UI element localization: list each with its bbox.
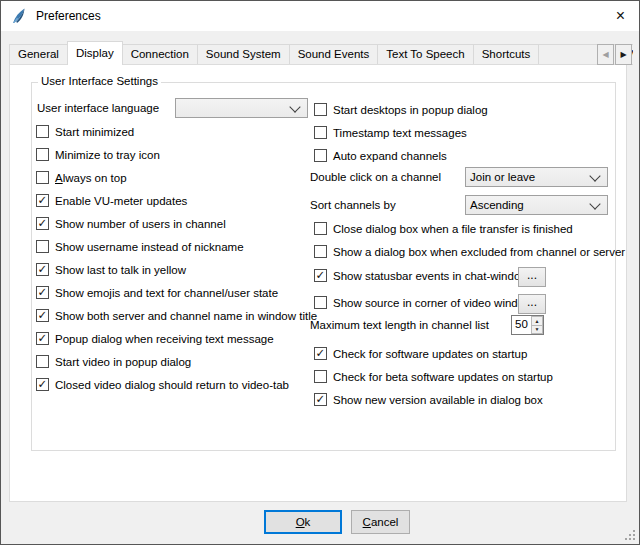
tab-sound-events[interactable]: Sound Events	[289, 44, 379, 65]
row-new-version-dialog[interactable]: Show new version available in dialog box	[314, 392, 543, 407]
sort-channels-value: Ascending	[466, 199, 591, 211]
checkbox[interactable]	[36, 286, 49, 299]
row-video-source-corner[interactable]: Show source in corner of video window	[314, 295, 532, 310]
tab-bar: General Display Connection Sound System …	[9, 41, 633, 65]
row-statusbar-events[interactable]: Show statusbar events in chat-window	[314, 268, 529, 283]
app-icon	[10, 7, 28, 25]
max-text-length-label: Maximum text length in channel list	[310, 315, 489, 335]
checkbox[interactable]	[314, 296, 327, 309]
checkbox[interactable]	[314, 269, 327, 282]
row-server-channel-title[interactable]: Show both server and channel name in win…	[36, 308, 317, 323]
checkbox[interactable]	[36, 217, 49, 230]
checkbox[interactable]	[36, 171, 49, 184]
spin-up-icon[interactable]: ▲	[531, 316, 543, 325]
row-check-beta-updates[interactable]: Check for beta software updates on start…	[314, 369, 553, 384]
spin-down-icon[interactable]: ▼	[531, 325, 543, 335]
checkbox[interactable]	[36, 125, 49, 138]
chevron-down-icon	[589, 198, 600, 209]
row-video-popup[interactable]: Start video in popup dialog	[36, 354, 191, 369]
tab-shortcuts[interactable]: Shortcuts	[473, 44, 540, 65]
tab-display[interactable]: Display	[67, 41, 123, 65]
cancel-button[interactable]: Cancel	[351, 510, 410, 534]
checkbox[interactable]	[314, 149, 327, 162]
tab-connection[interactable]: Connection	[122, 44, 198, 65]
language-label: User interface language	[37, 98, 159, 118]
checkbox[interactable]	[314, 393, 327, 406]
checkbox-label: Auto expand channels	[333, 150, 447, 162]
checkbox[interactable]	[36, 148, 49, 161]
tab-general[interactable]: General	[9, 44, 68, 65]
checkbox-label: Show last to talk in yellow	[55, 264, 186, 276]
row-check-updates[interactable]: Check for software updates on startup	[314, 346, 527, 361]
row-minimize-to-tray[interactable]: Minimize to tray icon	[36, 147, 160, 162]
user-interface-settings-group: User Interface Settings User interface l…	[31, 82, 616, 451]
spinbox-value: 50	[512, 316, 531, 334]
row-timestamp-messages[interactable]: Timestamp text messages	[314, 125, 467, 140]
checkbox[interactable]	[36, 240, 49, 253]
preferences-dialog: Preferences × General Display Connection…	[0, 0, 640, 545]
close-button[interactable]: ×	[602, 1, 639, 31]
ok-button[interactable]: Ok	[264, 510, 342, 534]
checkbox-label: Close dialog box when a file transfer is…	[333, 223, 573, 235]
checkbox[interactable]	[36, 378, 49, 391]
checkbox[interactable]	[314, 126, 327, 139]
window-title: Preferences	[36, 9, 101, 23]
row-start-minimized[interactable]: Start minimized	[36, 124, 134, 139]
row-always-on-top[interactable]: Always on top	[36, 170, 127, 185]
double-click-label: Double click on a channel	[310, 167, 441, 187]
checkbox[interactable]	[314, 103, 327, 116]
tab-text-to-speech[interactable]: Text To Speech	[377, 44, 473, 65]
tab-scroll-right-icon[interactable]: ▶	[615, 44, 632, 65]
checkbox[interactable]	[36, 355, 49, 368]
checkbox[interactable]	[36, 194, 49, 207]
row-closed-video-return[interactable]: Closed video dialog should return to vid…	[36, 377, 289, 392]
double-click-combobox[interactable]: Join or leave	[465, 167, 608, 187]
row-close-on-transfer[interactable]: Close dialog box when a file transfer is…	[314, 221, 573, 236]
row-popup-text-message[interactable]: Popup dialog when receiving text message	[36, 331, 274, 346]
row-show-user-count[interactable]: Show number of users in channel	[36, 216, 226, 231]
video-source-options-button[interactable]: ...	[518, 294, 546, 314]
sort-channels-combobox[interactable]: Ascending	[465, 195, 608, 215]
checkbox-label: Start video in popup dialog	[55, 356, 191, 368]
checkbox-label: Show a dialog box when excluded from cha…	[333, 246, 625, 258]
row-emojis-text-state[interactable]: Show emojis and text for channel/user st…	[36, 285, 278, 300]
checkbox-label: Always on top	[55, 172, 127, 184]
chevron-down-icon	[589, 170, 600, 181]
chevron-down-icon	[289, 101, 300, 112]
checkbox-label: Show username instead of nickname	[55, 241, 244, 253]
checkbox-label: Show source in corner of video window	[333, 297, 532, 309]
language-combobox[interactable]	[175, 98, 308, 118]
statusbar-events-options-button[interactable]: ...	[518, 267, 546, 287]
group-title: User Interface Settings	[38, 75, 161, 87]
checkbox[interactable]	[36, 332, 49, 345]
row-last-talk-yellow[interactable]: Show last to talk in yellow	[36, 262, 186, 277]
resize-grip[interactable]	[625, 530, 636, 541]
checkbox-label: Show both server and channel name in win…	[55, 310, 317, 322]
checkbox[interactable]	[314, 222, 327, 235]
row-start-desktops-popup[interactable]: Start desktops in popup dialog	[314, 102, 488, 117]
checkbox-label: Show new version available in dialog box	[333, 394, 543, 406]
checkbox[interactable]	[36, 263, 49, 276]
checkbox[interactable]	[314, 370, 327, 383]
checkbox-label: Popup dialog when receiving text message	[55, 333, 274, 345]
max-text-length-spinbox[interactable]: 50 ▲ ▼	[511, 315, 544, 335]
checkbox[interactable]	[314, 245, 327, 258]
checkbox[interactable]	[36, 309, 49, 322]
checkbox-label: Show emojis and text for channel/user st…	[55, 287, 278, 299]
checkbox-label: Enable VU-meter updates	[55, 195, 187, 207]
checkbox-label: Minimize to tray icon	[55, 149, 160, 161]
display-tab-page: User Interface Settings User interface l…	[9, 64, 627, 502]
row-dialog-when-excluded[interactable]: Show a dialog box when excluded from cha…	[314, 244, 625, 259]
checkbox-label: Check for beta software updates on start…	[333, 371, 553, 383]
row-auto-expand-channels[interactable]: Auto expand channels	[314, 148, 447, 163]
checkbox-label: Closed video dialog should return to vid…	[55, 379, 289, 391]
row-username-instead-nickname[interactable]: Show username instead of nickname	[36, 239, 244, 254]
checkbox-label: Show number of users in channel	[55, 218, 226, 230]
tab-scroll-left-icon[interactable]: ◀	[597, 44, 614, 65]
checkbox[interactable]	[314, 347, 327, 360]
titlebar[interactable]: Preferences ×	[1, 1, 639, 31]
row-vu-meter[interactable]: Enable VU-meter updates	[36, 193, 187, 208]
checkbox-label: Start desktops in popup dialog	[333, 104, 488, 116]
checkbox-label: Start minimized	[55, 126, 134, 138]
tab-sound-system[interactable]: Sound System	[197, 44, 290, 65]
